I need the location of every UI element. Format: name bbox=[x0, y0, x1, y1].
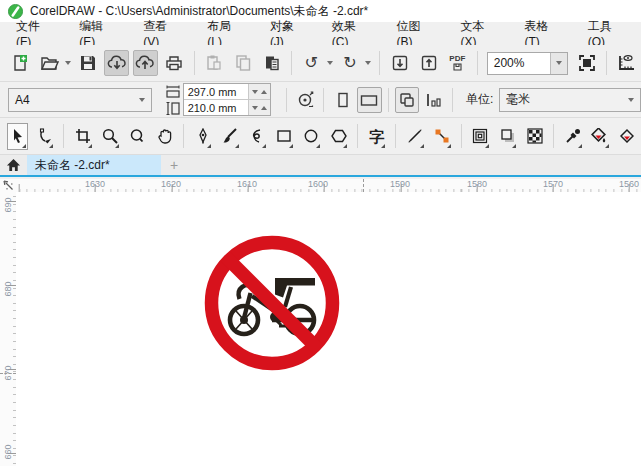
redo-icon: ↻ bbox=[343, 55, 356, 71]
current-page-icon bbox=[426, 91, 442, 109]
undo-dropdown-caret[interactable] bbox=[327, 61, 333, 65]
pen-tool[interactable] bbox=[192, 123, 213, 150]
page-height-field[interactable]: 210.0 mm bbox=[184, 99, 270, 115]
hexagon-icon bbox=[331, 128, 347, 144]
undo-button[interactable]: ↺ bbox=[299, 50, 324, 76]
toolbar-separator bbox=[379, 51, 380, 75]
transparency-tool[interactable] bbox=[524, 123, 545, 150]
paste-button[interactable] bbox=[202, 50, 227, 76]
current-page-button[interactable] bbox=[421, 87, 446, 113]
magnifier-plain-icon bbox=[129, 128, 145, 144]
crop-icon bbox=[75, 128, 91, 144]
paste-special-button[interactable] bbox=[259, 50, 284, 76]
new-tab-button[interactable]: + bbox=[161, 155, 187, 175]
bspline-tool[interactable] bbox=[247, 123, 268, 150]
vertical-ruler[interactable]: 690 680 670 660 bbox=[0, 192, 16, 466]
pick-tool[interactable] bbox=[7, 123, 28, 150]
undo-icon: ↺ bbox=[305, 55, 318, 71]
dimension-tool[interactable] bbox=[404, 123, 425, 150]
eyedropper-tool[interactable] bbox=[562, 123, 583, 150]
brush-tool[interactable] bbox=[219, 123, 240, 150]
contour-icon bbox=[472, 128, 488, 144]
text-tool[interactable]: 字 bbox=[366, 123, 387, 150]
landscape-icon bbox=[359, 91, 379, 109]
crop-tool[interactable] bbox=[72, 123, 93, 150]
autofit-page-button[interactable] bbox=[293, 87, 318, 113]
zoom-level-combobox[interactable]: 200% bbox=[487, 52, 569, 75]
new-document-button[interactable] bbox=[8, 50, 33, 76]
zoom-tool[interactable] bbox=[100, 123, 121, 150]
ruler-origin-button[interactable] bbox=[0, 179, 16, 192]
toolbox-separator bbox=[357, 124, 358, 148]
all-pages-icon bbox=[398, 91, 416, 109]
contour-tool[interactable] bbox=[470, 123, 491, 150]
shape-tool[interactable] bbox=[34, 123, 55, 150]
ruler-eye-icon bbox=[617, 54, 636, 72]
rectangle-tool[interactable] bbox=[274, 123, 295, 150]
full-screen-preview-button[interactable] bbox=[574, 50, 599, 76]
open-dropdown-caret[interactable] bbox=[65, 61, 71, 65]
import-button[interactable] bbox=[104, 50, 129, 76]
print-icon bbox=[165, 54, 183, 72]
ruler-h-label: 1570 bbox=[543, 179, 563, 189]
line-icon bbox=[407, 128, 423, 144]
zoom-level-value: 200% bbox=[488, 56, 551, 70]
smart-fill-tool[interactable] bbox=[617, 123, 638, 150]
pdf-icon-label: PDF bbox=[449, 55, 465, 63]
import-arrow-box-icon bbox=[391, 54, 409, 72]
show-rulers-button[interactable] bbox=[614, 50, 639, 76]
toolbar-separator bbox=[477, 51, 478, 75]
redo-button[interactable]: ↻ bbox=[338, 50, 363, 76]
zoom-dropdown-button[interactable] bbox=[550, 53, 567, 74]
propbar-separator bbox=[323, 88, 324, 112]
rectangle-icon bbox=[276, 128, 292, 144]
paste-special-icon bbox=[263, 54, 281, 72]
document-tab-active[interactable]: 未命名 -2.cdr* bbox=[27, 155, 161, 175]
save-button[interactable] bbox=[76, 50, 101, 76]
horizontal-ruler[interactable]: 1630 1620 1610 1600 1590 1580 1570 1560 bbox=[16, 179, 641, 192]
page-dimension-fields: 297.0 mm 210.0 mm bbox=[183, 83, 271, 116]
copy-button[interactable] bbox=[230, 50, 255, 76]
welcome-screen-button[interactable] bbox=[0, 155, 27, 175]
chevron-down-icon bbox=[623, 89, 640, 111]
ruler-origin-icon bbox=[3, 180, 14, 191]
drawing-canvas[interactable] bbox=[16, 192, 641, 466]
pan-tool[interactable] bbox=[154, 123, 175, 150]
no-moped-prohibition-sign[interactable] bbox=[202, 233, 342, 373]
page-width-field[interactable]: 297.0 mm bbox=[184, 84, 270, 99]
chevron-down-icon bbox=[556, 61, 562, 65]
ruler-h-label: 1590 bbox=[390, 179, 410, 189]
portrait-button[interactable] bbox=[330, 87, 355, 113]
redo-dropdown-caret[interactable] bbox=[365, 61, 371, 65]
toolbox-separator bbox=[461, 124, 462, 148]
ellipse-tool[interactable] bbox=[301, 123, 322, 150]
ruler-h-label: 1630 bbox=[85, 179, 105, 189]
connector-tool[interactable] bbox=[432, 123, 453, 150]
all-pages-button[interactable] bbox=[395, 87, 420, 113]
page-height-spinner[interactable] bbox=[248, 100, 270, 115]
export-file-button[interactable] bbox=[416, 50, 441, 76]
autofit-icon bbox=[296, 91, 314, 109]
publish-pdf-button[interactable]: PDF bbox=[445, 50, 470, 76]
zoom-out-tool[interactable] bbox=[127, 123, 148, 150]
units-label: 单位: bbox=[466, 91, 493, 108]
property-bar: A4 297.0 mm 210.0 mm bbox=[0, 82, 641, 118]
polygon-tool[interactable] bbox=[328, 123, 349, 150]
landscape-button[interactable] bbox=[357, 87, 382, 113]
drop-shadow-tool[interactable] bbox=[497, 123, 518, 150]
ruler-h-label: 1620 bbox=[161, 179, 181, 189]
export-button[interactable] bbox=[133, 50, 158, 76]
new-document-icon bbox=[11, 54, 29, 72]
print-button[interactable] bbox=[162, 50, 187, 76]
page-width-spinner[interactable] bbox=[248, 84, 270, 99]
interactive-fill-tool[interactable] bbox=[590, 123, 611, 150]
chevron-down-icon bbox=[134, 89, 151, 111]
import-file-button[interactable] bbox=[387, 50, 412, 76]
paintbrush-icon bbox=[222, 128, 238, 144]
paper-size-select[interactable]: A4 bbox=[8, 88, 152, 112]
open-folder-icon bbox=[40, 54, 59, 72]
page-dimensions-group: 297.0 mm 210.0 mm bbox=[166, 83, 271, 116]
open-button[interactable] bbox=[37, 50, 62, 76]
units-select[interactable]: 毫米 bbox=[499, 88, 641, 112]
fill-bucket-icon bbox=[591, 128, 609, 144]
